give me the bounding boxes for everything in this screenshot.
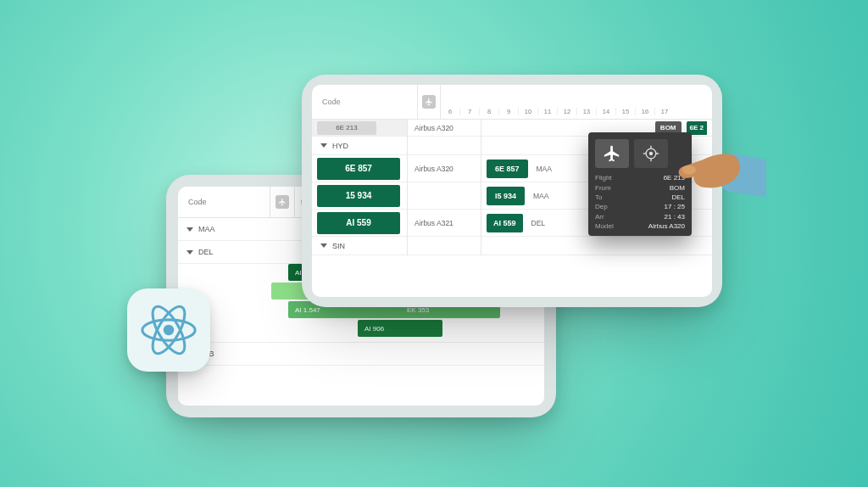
tick: 9	[498, 108, 518, 115]
front-code-column: 6E 213 HYD 6E 857 15 934 AI 559 SIN	[312, 120, 408, 255]
table-row: Airbus A320	[408, 155, 481, 182]
front-model-column: Airbus A320 Airbus A320 Airbus A321	[408, 120, 481, 255]
table-row[interactable]: AI 559	[312, 210, 407, 237]
react-logo-badge	[127, 288, 210, 372]
tooltip-value: Airbus A320	[626, 221, 685, 231]
gantt-bar[interactable]: AI 559	[487, 214, 523, 232]
tick: 17	[654, 108, 674, 115]
tooltip-key: To	[595, 193, 626, 202]
group-label: SIN	[332, 242, 345, 250]
svg-point-7	[164, 325, 174, 335]
flight-code-pill: 6E 213	[317, 121, 376, 135]
front-header: Code 6 7 8 9 10 11 12 13 14 15 16	[312, 85, 712, 120]
table-row[interactable]: 6E 213	[312, 120, 407, 137]
tooltip-value: 21 : 43	[626, 212, 685, 221]
aircraft-model: Airbus A320	[408, 124, 453, 132]
plane-icon	[422, 95, 436, 109]
chevron-down-icon	[186, 227, 193, 232]
chevron-down-icon	[186, 250, 193, 255]
aircraft-model: Airbus A321	[408, 219, 453, 227]
tick: 15	[615, 108, 635, 115]
group-label: HYD	[332, 142, 348, 150]
tick: 10	[518, 108, 537, 115]
tick: 8	[479, 108, 498, 115]
group-label: MAA	[198, 225, 215, 233]
tick: 12	[557, 108, 576, 115]
flight-tooltip: Flight6E 213 From BOM To DEL Dep 17 : 25…	[588, 132, 692, 236]
chevron-down-icon	[320, 244, 327, 248]
front-time-ticks: 6 7 8 9 10 11 12 13 14 15 16 17	[441, 85, 712, 119]
chevron-down-icon	[320, 143, 327, 148]
tooltip-value: BOM	[626, 182, 685, 192]
back-group-dxb[interactable]: DXB	[178, 342, 544, 366]
tooltip-value: 6E 213	[626, 173, 685, 182]
tooltip-key: From	[595, 182, 626, 192]
tick: 11	[537, 108, 557, 115]
tooltip-table: Flight6E 213 From BOM To DEL Dep 17 : 25…	[595, 173, 685, 231]
plane-icon	[275, 195, 289, 209]
table-row[interactable]: 15 934	[312, 182, 407, 210]
column-header-plane[interactable]	[270, 187, 295, 217]
destination-code: MAA	[537, 165, 552, 173]
react-icon	[140, 301, 198, 359]
svg-point-1	[650, 153, 653, 155]
tooltip-value: DEL	[626, 193, 685, 202]
group-hyd[interactable]: HYD	[312, 137, 407, 155]
flight-code-pill: 15 934	[317, 185, 400, 207]
tick: 14	[596, 108, 615, 115]
tick: 7	[459, 108, 479, 115]
destination-code: MAA	[533, 192, 548, 200]
table-row[interactable]: 6E 857	[312, 155, 407, 182]
spacer	[408, 137, 481, 155]
tooltip-target-icon[interactable]	[634, 139, 668, 168]
gantt-bar[interactable]: 6E 857	[487, 160, 528, 178]
tooltip-key: Arr	[595, 212, 626, 221]
tooltip-plane-icon	[595, 139, 629, 168]
column-header-code[interactable]: Code	[312, 85, 418, 119]
flight-code-pill: AI 559	[317, 212, 400, 234]
column-header-code[interactable]: Code	[178, 187, 270, 217]
spacer	[408, 237, 481, 255]
tick: 13	[576, 108, 596, 115]
column-header-plane[interactable]	[418, 85, 441, 119]
gantt-bar[interactable]: I5 934	[487, 187, 525, 205]
tick: 16	[635, 108, 654, 115]
tooltip-key: Model	[595, 221, 626, 231]
aircraft-model: Airbus A320	[408, 165, 453, 173]
group-sin[interactable]: SIN	[312, 237, 407, 255]
flight-code-pill: 6E 857	[317, 158, 400, 180]
tooltip-key: Flight	[595, 173, 626, 182]
gantt-bar[interactable]: AI 906	[358, 320, 442, 337]
tooltip-key: Dep	[595, 202, 626, 211]
destination-code: DEL	[531, 219, 546, 227]
group-label: DEL	[198, 248, 214, 256]
table-row: Airbus A320	[408, 120, 481, 137]
tick: 6	[441, 108, 459, 115]
spacer	[481, 237, 712, 255]
table-row	[408, 182, 481, 210]
table-row: Airbus A321	[408, 210, 481, 237]
tooltip-value: 17 : 25	[626, 202, 685, 211]
